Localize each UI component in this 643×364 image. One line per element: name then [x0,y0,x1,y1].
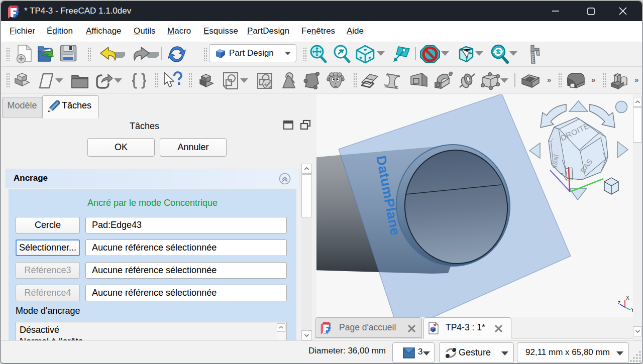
svg-text:X: X [626,295,629,301]
svg-text:z: z [618,300,620,305]
